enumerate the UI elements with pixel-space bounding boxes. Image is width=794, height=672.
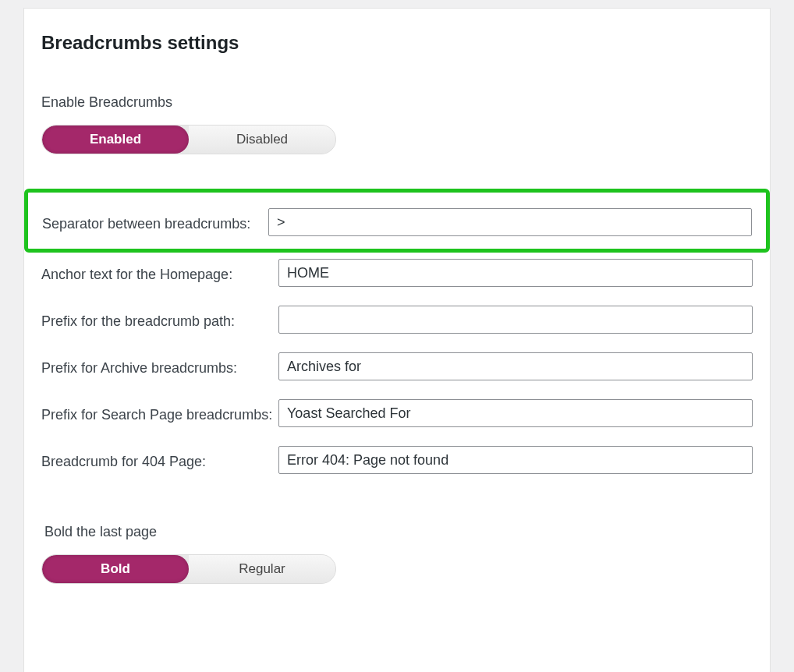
prefix-search-input[interactable] — [278, 399, 753, 427]
toggle-enabled[interactable]: Enabled — [42, 126, 189, 154]
anchor-home-input[interactable] — [278, 259, 753, 287]
separator-label: Separator between breadcrumbs: — [42, 208, 268, 235]
breadcrumb-fields-block: Anchor text for the Homepage: Prefix for… — [41, 259, 753, 524]
toggle-bold[interactable]: Bold — [42, 555, 189, 583]
prefix-search-label: Prefix for Search Page breadcrumbs: — [41, 399, 278, 426]
prefix-path-label: Prefix for the breadcrumb path: — [41, 306, 278, 333]
separator-highlight-box: Separator between breadcrumbs: — [24, 189, 770, 253]
anchor-home-label: Anchor text for the Homepage: — [41, 259, 278, 286]
bold-last-page-section: Bold the last page Bold Regular — [41, 524, 753, 618]
separator-row: Separator between breadcrumbs: — [42, 208, 752, 236]
breadcrumb-404-label: Breadcrumb for 404 Page: — [41, 446, 278, 473]
bold-last-page-label: Bold the last page — [41, 524, 753, 540]
bold-last-page-toggle: Bold Regular — [41, 554, 336, 584]
breadcrumbs-settings-panel: Breadcrumbs settings Enable Breadcrumbs … — [23, 8, 771, 672]
enable-breadcrumbs-section: Enable Breadcrumbs Enabled Disabled — [41, 94, 753, 189]
breadcrumb-404-input[interactable] — [278, 446, 753, 474]
separator-input[interactable] — [268, 208, 752, 236]
enable-breadcrumbs-toggle: Enabled Disabled — [41, 125, 336, 154]
prefix-path-row: Prefix for the breadcrumb path: — [41, 306, 753, 334]
prefix-search-row: Prefix for Search Page breadcrumbs: — [41, 399, 753, 427]
enable-breadcrumbs-label: Enable Breadcrumbs — [41, 94, 753, 111]
breadcrumb-404-row: Breadcrumb for 404 Page: — [41, 446, 753, 474]
prefix-archive-label: Prefix for Archive breadcrumbs: — [41, 352, 278, 380]
prefix-path-input[interactable] — [278, 306, 753, 334]
prefix-archive-input[interactable] — [278, 352, 753, 380]
toggle-disabled[interactable]: Disabled — [189, 126, 335, 154]
toggle-regular[interactable]: Regular — [189, 555, 335, 583]
anchor-home-row: Anchor text for the Homepage: — [41, 259, 753, 287]
prefix-archive-row: Prefix for Archive breadcrumbs: — [41, 352, 753, 380]
panel-title: Breadcrumbs settings — [41, 32, 753, 54]
